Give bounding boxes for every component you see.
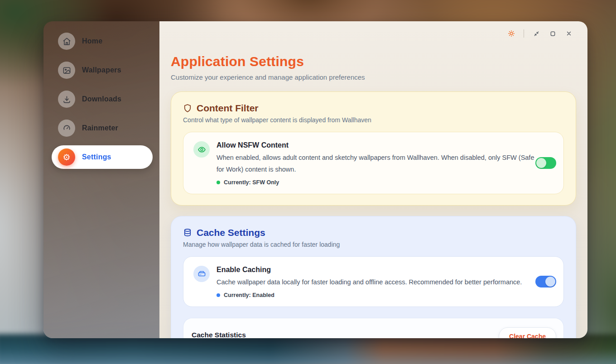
content-filter-title: Content Filter [197,103,259,114]
status-dot-blue [217,293,220,297]
close-button[interactable] [563,28,575,39]
window-controls [505,28,575,39]
caching-setting-texts: Enable Caching Cache wallpaper data loca… [217,266,522,298]
nsfw-setting-title: Allow NSFW Content [217,141,536,149]
clear-cache-button[interactable]: Clear Cache [499,327,556,338]
cache-settings-subtitle: Manage how wallpaper data is cached for … [183,241,564,248]
desktop-wallpaper-bottom [0,334,616,364]
cache-settings-header: Cache Settings [183,227,564,238]
app-window: Home Wallpapers Downloads Rainmeter [43,21,587,338]
nsfw-status-label: Currently: SFW Only [224,179,279,186]
theme-toggle-button[interactable] [505,28,517,39]
status-dot-green [217,181,220,184]
nsfw-setting-row: Allow NSFW Content When enabled, allows … [183,132,564,194]
caching-status-label: Currently: Enabled [224,292,274,298]
database-icon [183,228,192,237]
sidebar-item-settings[interactable]: ⚙ Settings [52,145,153,169]
gear-icon: ⚙ [58,148,75,166]
sidebar-item-label: Rainmeter [82,124,118,132]
caching-toggle[interactable] [535,276,556,287]
download-icon [58,91,75,108]
sidebar-item-label: Wallpapers [82,66,121,74]
nsfw-toggle-knob [536,158,546,168]
hard-drive-icon [193,266,210,282]
cache-statistics-card: Cache Statistics Clear Cache [183,318,564,338]
sidebar-item-rainmeter[interactable]: Rainmeter [52,116,153,140]
eye-icon [193,141,210,158]
sidebar-item-label: Settings [82,153,111,161]
nsfw-setting-texts: Allow NSFW Content When enabled, allows … [217,141,536,186]
cache-settings-card: Cache Settings Manage how wallpaper data… [171,216,576,338]
page-title: Application Settings [171,54,576,69]
gauge-icon [58,120,75,137]
nsfw-status: Currently: SFW Only [217,179,536,186]
sidebar-item-home[interactable]: Home [52,29,153,53]
window-controls-divider [524,29,524,38]
minimize-button[interactable] [530,28,542,39]
caching-toggle-knob [545,277,555,287]
nsfw-setting-description: When enabled, allows adult content and s… [217,152,536,175]
desktop: Home Wallpapers Downloads Rainmeter [0,0,616,364]
content-filter-subtitle: Control what type of wallpaper content i… [183,116,564,124]
content-filter-header: Content Filter [183,103,564,114]
page-subtitle: Customize your experience and manage app… [171,73,576,81]
cache-statistics-title: Cache Statistics [192,327,246,338]
sidebar-item-wallpapers[interactable]: Wallpapers [52,58,153,82]
settings-page: Application Settings Customize your expe… [159,21,587,338]
caching-setting-title: Enable Caching [217,266,522,274]
cache-settings-title: Cache Settings [197,227,265,238]
settings-scroll-area[interactable]: Application Settings Customize your expe… [159,21,587,338]
image-icon [58,62,75,79]
sidebar-item-label: Home [82,37,102,45]
home-icon [58,33,75,50]
content-filter-card: Content Filter Control what type of wall… [171,91,576,206]
sidebar: Home Wallpapers Downloads Rainmeter [43,21,159,338]
sidebar-item-label: Downloads [82,95,121,103]
sidebar-item-downloads[interactable]: Downloads [52,87,153,111]
clear-cache-label: Clear Cache [509,333,546,338]
caching-status: Currently: Enabled [217,292,522,298]
nsfw-toggle[interactable] [535,157,556,169]
caching-setting-description: Cache wallpaper data locally for faster … [217,276,522,288]
caching-setting-row: Enable Caching Cache wallpaper data loca… [183,256,564,307]
maximize-button[interactable] [547,28,558,39]
shield-icon [183,104,192,113]
